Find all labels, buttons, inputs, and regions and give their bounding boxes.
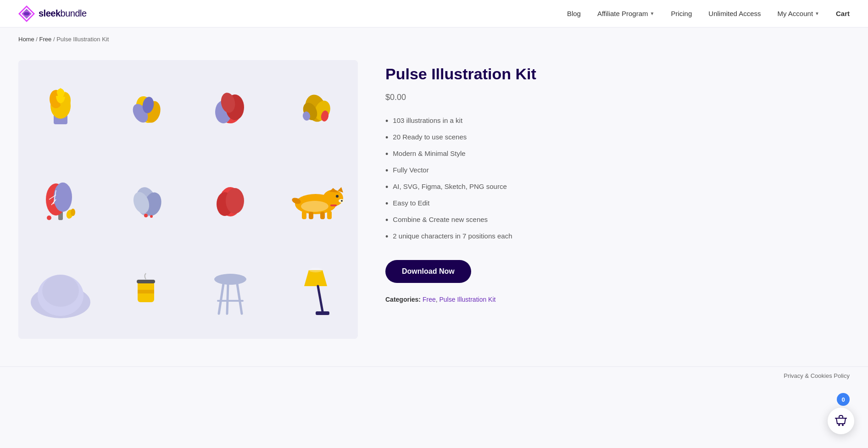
- svg-line-64: [237, 284, 242, 314]
- gallery-item-3: [189, 60, 272, 152]
- svg-point-38: [150, 215, 153, 218]
- feature-3: Modern & Minimal Style: [385, 146, 624, 163]
- bar-stool: [210, 268, 251, 318]
- footer: Privacy & Cookies Policy: [0, 366, 868, 385]
- breadcrumb-current: Pulse Illustration Kit: [56, 36, 109, 43]
- logo-text: sleekbundle: [39, 8, 87, 19]
- svg-rect-53: [327, 211, 332, 219]
- gallery-item-5: [18, 154, 103, 245]
- product-info: Pulse Illustration Kit $0.00 103 illustr…: [385, 60, 624, 339]
- leaves-blue-gray: [128, 179, 164, 220]
- tree-red-purple: [40, 172, 81, 227]
- nav-account[interactable]: My Account ▼: [778, 10, 819, 17]
- categories-label: Categories:: [385, 296, 421, 303]
- svg-point-70: [309, 268, 323, 272]
- coffee-cup: [132, 272, 160, 314]
- svg-line-68: [318, 286, 323, 311]
- svg-line-65: [227, 284, 228, 314]
- svg-point-47: [341, 200, 343, 202]
- svg-point-48: [336, 195, 339, 198]
- cart-basket-icon: [835, 415, 847, 427]
- svg-point-41: [226, 188, 244, 214]
- floor-lamp: [295, 265, 336, 321]
- category-free[interactable]: Free: [423, 296, 436, 303]
- nav-cart[interactable]: Cart: [836, 10, 850, 17]
- nav-blog[interactable]: Blog: [567, 10, 581, 17]
- cart-bubble-container: 0: [828, 393, 854, 434]
- svg-rect-60: [138, 290, 154, 293]
- category-pulse[interactable]: Pulse Illustration Kit: [440, 296, 496, 303]
- svg-rect-69: [316, 311, 329, 315]
- gallery-item-4: [273, 60, 358, 152]
- svg-line-63: [219, 284, 223, 314]
- main-content: Pulse Illustration Kit $0.00 103 illustr…: [0, 51, 642, 366]
- product-gallery: [18, 60, 358, 339]
- product-features: 103 illustrations in a kit 20 Ready to u…: [385, 113, 624, 245]
- feature-2: 20 Ready to use scenes: [385, 130, 624, 146]
- gallery-item-10: [105, 247, 187, 339]
- logo-icon: [18, 6, 35, 22]
- corgi-dog: [279, 179, 352, 220]
- svg-rect-49: [330, 205, 337, 206]
- gallery-item-1: [18, 60, 103, 152]
- privacy-link[interactable]: Privacy & Cookies Policy: [784, 372, 850, 379]
- plant-red-purple: [210, 87, 251, 126]
- svg-point-33: [47, 216, 51, 220]
- nav-unlimited[interactable]: Unlimited Access: [708, 10, 761, 17]
- gallery-item-6: [105, 154, 187, 245]
- affiliate-dropdown-arrow: ▼: [650, 11, 655, 16]
- svg-marker-67: [304, 270, 327, 286]
- header: sleekbundle Blog Affiliate Program ▼ Pri…: [0, 0, 868, 28]
- feature-1: 103 illustrations in a kit: [385, 113, 624, 130]
- svg-rect-52: [320, 212, 325, 219]
- svg-rect-51: [309, 212, 313, 219]
- logo-bundle: bundle: [61, 8, 87, 18]
- gallery-item-12: [273, 247, 358, 339]
- cart-float-button[interactable]: [828, 408, 854, 434]
- breadcrumb: Home / Free / Pulse Illustration Kit: [0, 28, 868, 51]
- svg-point-71: [838, 424, 840, 426]
- nav-pricing[interactable]: Pricing: [671, 10, 692, 17]
- svg-point-55: [301, 201, 328, 212]
- nav-affiliate[interactable]: Affiliate Program ▼: [597, 10, 655, 17]
- gallery-item-2: [105, 60, 187, 152]
- account-dropdown-arrow: ▼: [815, 11, 819, 16]
- gallery-item-11: [189, 247, 272, 339]
- svg-rect-61: [137, 280, 155, 283]
- breadcrumb-home[interactable]: Home: [18, 36, 34, 43]
- svg-point-58: [42, 275, 79, 307]
- cart-count-badge: 0: [837, 393, 850, 406]
- plant-red-cluster: [212, 179, 249, 220]
- breadcrumb-free[interactable]: Free: [39, 36, 52, 43]
- svg-rect-50: [302, 211, 306, 219]
- svg-point-37: [144, 214, 148, 217]
- leaves-yellow: [128, 87, 164, 126]
- beanbag: [24, 265, 97, 321]
- product-price: $0.00: [385, 93, 624, 102]
- svg-point-32: [71, 209, 75, 216]
- product-title: Pulse Illustration Kit: [385, 65, 624, 83]
- plant-yellow-pot: [42, 83, 79, 129]
- download-button[interactable]: Download Now: [385, 260, 471, 283]
- leaves-gold: [297, 88, 334, 124]
- product-categories: Categories: Free, Pulse Illustration Kit: [385, 296, 624, 303]
- svg-point-27: [54, 183, 72, 212]
- logo-link[interactable]: sleekbundle: [18, 6, 87, 22]
- feature-4: Fully Vector: [385, 163, 624, 179]
- feature-7: Combine & Create new scenes: [385, 212, 624, 229]
- feature-5: AI, SVG, Figma, Sketch, PNG source: [385, 179, 624, 196]
- svg-point-62: [214, 274, 246, 285]
- gallery-item-9: [18, 247, 103, 339]
- feature-8: 2 unique characters in 7 positions each: [385, 229, 624, 245]
- gallery-item-8: [273, 154, 358, 245]
- logo-sleek: sleek: [39, 8, 61, 18]
- feature-6: Easy to Edit: [385, 196, 624, 212]
- gallery-item-7: [189, 154, 272, 245]
- main-nav: Blog Affiliate Program ▼ Pricing Unlimit…: [567, 10, 850, 17]
- svg-point-72: [842, 424, 844, 426]
